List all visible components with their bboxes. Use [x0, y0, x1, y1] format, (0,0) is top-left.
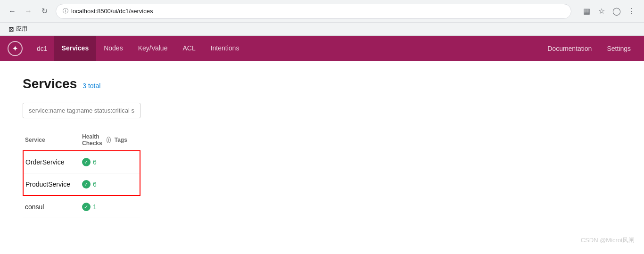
nav-item-services[interactable]: Services	[54, 36, 97, 61]
check-circle-icon: ✓	[82, 203, 91, 211]
lock-icon: ⓘ	[63, 7, 68, 15]
service-name-cell: ProductService	[23, 173, 80, 196]
col-header-tags: Tags	[113, 130, 140, 151]
tags-cell	[113, 151, 140, 173]
check-circle-icon: ✓	[82, 180, 91, 188]
table-row[interactable]: OrderService ✓ 6	[23, 151, 140, 173]
documentation-link[interactable]: Documentation	[542, 45, 597, 52]
back-button[interactable]: ←	[6, 5, 19, 18]
health-checks-cell: ✓ 6	[80, 151, 113, 173]
nav-buttons: ← → ↻	[6, 5, 51, 18]
apps-button[interactable]: ⊠ 应用	[6, 24, 30, 34]
health-info-icon[interactable]: i	[107, 137, 111, 143]
services-table: Service Health Checks i Tags	[23, 130, 140, 218]
logo-letter: ✦	[12, 45, 18, 52]
main-content: Services 3 total Service Health Checks i	[0, 61, 163, 254]
page-header: Services 3 total	[23, 76, 140, 91]
page-wrapper: Services 3 total Service Health Checks i	[0, 61, 644, 254]
bookmark-button[interactable]: ☆	[595, 5, 608, 18]
health-checks-cell: ✓ 1	[80, 196, 113, 218]
nav-item-intentions[interactable]: Intentions	[203, 36, 247, 61]
reload-button[interactable]: ↻	[38, 5, 51, 18]
check-circle-icon: ✓	[82, 158, 91, 166]
nav-right: Documentation Settings	[542, 36, 636, 61]
consul-logo-icon: ✦	[8, 41, 23, 56]
bookmarks-bar: ⊠ 应用	[0, 23, 644, 36]
services-tbody: OrderService ✓ 6 ProductService	[23, 151, 140, 218]
nav-item-nodes[interactable]: Nodes	[96, 36, 130, 61]
apps-grid-icon: ⊠	[8, 25, 14, 33]
search-container	[23, 103, 140, 118]
url-text: localhost:8500/ui/dc1/services	[71, 8, 153, 15]
browser-chrome: ← → ↻ ⓘ localhost:8500/ui/dc1/services ▦…	[0, 0, 644, 23]
tags-cell	[113, 173, 140, 196]
nav-item-keyvalue[interactable]: Key/Value	[131, 36, 175, 61]
service-name-cell: OrderService	[23, 151, 80, 173]
settings-link[interactable]: Settings	[601, 45, 636, 52]
dc-label[interactable]: dc1	[30, 36, 54, 61]
col-header-health: Health Checks i	[80, 130, 113, 151]
browser-actions: ▦ ☆ ◯ ⋮	[580, 5, 638, 18]
consul-logo[interactable]: ✦	[8, 36, 23, 61]
tags-cell	[113, 196, 140, 218]
forward-button[interactable]: →	[22, 5, 35, 18]
table-header-row: Service Health Checks i Tags	[23, 130, 140, 151]
table-row[interactable]: consul ✓ 1	[23, 196, 140, 218]
search-input[interactable]	[23, 103, 140, 118]
page-title: Services	[23, 76, 77, 91]
col-header-service: Service	[23, 130, 80, 151]
health-checks-cell: ✓ 6	[80, 173, 113, 196]
screenshot-button[interactable]: ▦	[580, 5, 593, 18]
profile-button[interactable]: ◯	[610, 5, 623, 18]
total-badge: 3 total	[83, 82, 100, 90]
menu-button[interactable]: ⋮	[625, 5, 638, 18]
table-row[interactable]: ProductService ✓ 6	[23, 173, 140, 196]
consul-navbar: ✦ dc1 Services Nodes Key/Value ACL Inten…	[0, 36, 644, 61]
nav-item-acl[interactable]: ACL	[175, 36, 203, 61]
apps-label: 应用	[16, 25, 27, 33]
service-name-cell: consul	[23, 196, 80, 218]
address-bar[interactable]: ⓘ localhost:8500/ui/dc1/services	[56, 4, 571, 19]
